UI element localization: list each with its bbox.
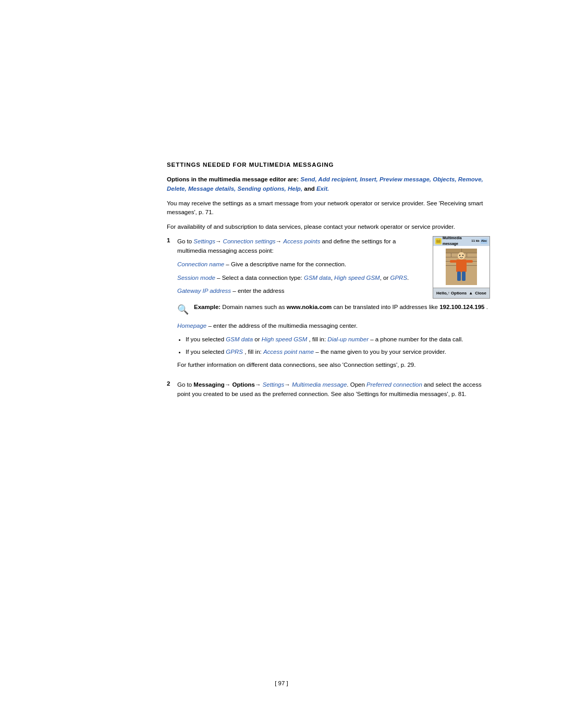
phone-options-btn[interactable]: Options <box>451 290 467 297</box>
phone-screen-body <box>433 246 489 288</box>
svg-rect-8 <box>461 249 462 253</box>
phone-top-icons: 11 kb Abc <box>471 239 487 243</box>
magnifier-icon: 🔍 <box>177 303 190 317</box>
phone-icon-svg <box>436 239 441 244</box>
intro-bold-paragraph: Options in the multimedia message editor… <box>167 175 490 194</box>
connection-name-text: Connection name – Give a descriptive nam… <box>177 261 346 267</box>
bullet-2-prefix: If you selected <box>186 349 226 355</box>
example-label: Example: <box>194 304 221 310</box>
session-mode-text: Session mode – Select a data connection … <box>177 275 409 281</box>
svg-rect-13 <box>450 260 457 263</box>
svg-rect-9 <box>451 253 451 257</box>
sub-item-connection-name: Connection name – Give a descriptive nam… <box>177 260 425 269</box>
bullet-item-2: If you selected GPRS , fill in: Access p… <box>186 348 490 357</box>
paragraph-1: You may receive the settings as a smart … <box>167 199 490 218</box>
high-speed-gsm-link-2: High speed GSM <box>262 336 308 342</box>
bullet-2-end: – the name given to you by your service … <box>315 349 446 355</box>
dial-up-number-link: Dial-up number <box>327 336 369 342</box>
sub-item-gateway-ip: Gateway IP address – enter the address <box>177 287 425 296</box>
phone-title-text: Multimedia message <box>443 236 462 245</box>
example-text-1: Domain names such as <box>222 304 286 310</box>
bullet-1-end: – a phone number for the data call. <box>370 336 463 342</box>
step-2-text: Go to Messaging→ Options→ Settings→ Mult… <box>177 381 482 397</box>
settings-link-2: Settings <box>263 381 285 388</box>
step-1: 1 Go to Settings→ Connection settings→ A… <box>167 237 490 375</box>
svg-point-11 <box>458 252 465 260</box>
sub-item-session-mode: Session mode – Select a data connection … <box>177 274 425 283</box>
phone-kb-status: 11 kb <box>471 239 479 243</box>
gateway-ip-label: Gateway IP address <box>177 288 231 294</box>
section-title: SETTINGS NEEDED FOR MULTIMEDIA MESSAGING <box>167 162 490 168</box>
page: SETTINGS NEEDED FOR MULTIMEDIA MESSAGING… <box>0 0 563 728</box>
phone-title: Multimedia message <box>442 236 471 247</box>
session-mode-label: Session mode <box>177 275 215 281</box>
svg-point-18 <box>462 255 463 256</box>
svg-rect-15 <box>457 272 461 281</box>
step-1-text-block: Go to Settings→ Connection settings→ Acc… <box>177 237 425 296</box>
messaging-link: Messaging <box>193 381 224 388</box>
connection-name-label: Connection name <box>177 261 224 267</box>
phone-abc-indicator: Abc <box>481 239 487 243</box>
example-box: 🔍 Example: Domain names such as www.noki… <box>177 303 490 317</box>
example-text: Example: Domain names such as www.nokia.… <box>194 303 488 312</box>
phone-triangle: ▲ <box>469 290 473 297</box>
phone-close-btn[interactable]: Close <box>475 290 486 297</box>
high-speed-gsm-link: High speed GSM <box>334 275 380 281</box>
phone-screen-top-bar: Multimedia message 11 kb Abc <box>433 237 489 246</box>
preferred-connection-link: Preferred connection <box>366 381 422 388</box>
settings-link: Settings <box>193 238 215 244</box>
sub-item-homepage: Homepage – enter the address of the mult… <box>177 322 490 331</box>
step-2-number: 2 <box>167 380 177 387</box>
phone-hello-text: Hello,↑ <box>436 290 450 297</box>
paragraph-2: For availability of and subscription to … <box>167 223 490 232</box>
step-2-content: Go to Messaging→ Options→ Settings→ Mult… <box>177 380 490 399</box>
phone-screen: Multimedia message 11 kb Abc <box>433 236 490 299</box>
bullet-1-prefix: If you selected <box>186 336 226 342</box>
svg-point-17 <box>459 255 460 256</box>
step-1-go-to: Go to Settings→ Connection settings→ Acc… <box>177 238 396 254</box>
step-1-number: 1 <box>167 237 177 243</box>
options-link: Options <box>232 381 254 388</box>
svg-rect-14 <box>466 260 473 263</box>
svg-rect-12 <box>456 260 467 272</box>
intro-bold-prefix: Options in the multimedia message editor… <box>167 176 300 182</box>
homepage-label: Homepage <box>177 323 206 329</box>
phone-screen-bottom-bar: Hello,↑ Options ▲ Close <box>433 288 489 299</box>
example-ip: 192.100.124.195 <box>439 304 484 310</box>
paragraph-3: For further information on different dat… <box>177 361 490 370</box>
bullet-2-fill-in: , fill in: <box>244 349 263 355</box>
phone-bottom-controls: Options ▲ Close <box>451 290 486 297</box>
bullet-item-1: If you selected GSM data or High speed G… <box>186 335 490 344</box>
bullet-1-fill-in: , fill in: <box>309 336 328 342</box>
example-text-2: can be translated into IP addresses like <box>333 304 439 310</box>
intro-and: and <box>302 186 316 192</box>
page-number: [ 97 ] <box>275 680 288 686</box>
homepage-text: Homepage – enter the address of the mult… <box>177 323 358 329</box>
step-2: 2 Go to Messaging→ Options→ Settings→ Mu… <box>167 380 490 399</box>
example-text-3: . <box>486 304 488 310</box>
gsm-data-link: GSM data <box>304 275 331 281</box>
access-link: Access points <box>283 238 320 244</box>
step-1-with-image: Go to Settings→ Connection settings→ Acc… <box>177 237 490 299</box>
phone-top-left <box>435 238 442 244</box>
access-point-name-link: Access point name <box>263 349 314 355</box>
person-figure-svg <box>446 249 477 285</box>
example-url: www.nokia.com <box>287 304 332 310</box>
step-1-content: Go to Settings→ Connection settings→ Acc… <box>177 237 490 375</box>
phone-screen-image: Multimedia message 11 kb Abc <box>433 236 490 299</box>
gprs-link-1: GPRS <box>390 275 408 281</box>
bullet-1-or: or <box>254 336 261 342</box>
svg-rect-1 <box>437 239 439 240</box>
bullet-list: If you selected GSM data or High speed G… <box>186 335 490 357</box>
connection-settings-link: Connection settings <box>223 238 276 244</box>
gprs-link-2: GPRS <box>226 349 243 355</box>
multimedia-message-link: Multimedia message <box>292 381 347 388</box>
content-area: SETTINGS NEEDED FOR MULTIMEDIA MESSAGING… <box>167 162 490 404</box>
phone-icon <box>435 238 442 244</box>
svg-rect-16 <box>462 272 466 281</box>
gsm-data-link-2: GSM data <box>226 336 253 342</box>
svg-rect-10 <box>467 253 467 257</box>
gateway-ip-text: Gateway IP address – enter the address <box>177 288 284 294</box>
intro-exit: Exit. <box>316 186 329 192</box>
